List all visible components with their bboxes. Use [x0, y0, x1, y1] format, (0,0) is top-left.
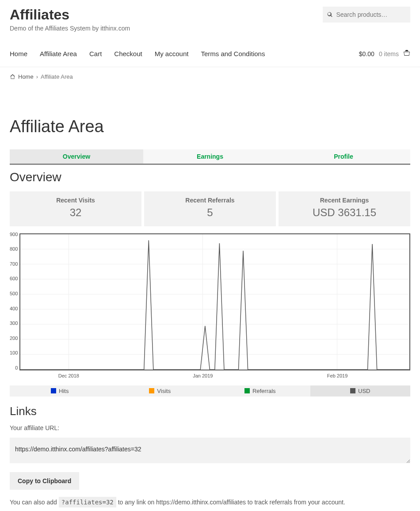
legend-label: Visits — [157, 388, 171, 394]
legend-label: USD — [358, 388, 370, 394]
page-title: Affiliate Area — [10, 117, 410, 136]
y-tick: 400 — [10, 306, 18, 311]
nav-cart[interactable]: Cart — [89, 50, 102, 57]
y-tick: 100 — [10, 350, 18, 355]
tabs: Overview Earnings Profile — [10, 149, 410, 165]
overview-heading: Overview — [10, 170, 410, 184]
x-tick: Feb 2019 — [327, 373, 347, 378]
stat-referrals: Recent Referrals 5 — [144, 191, 276, 226]
chart: 9008007006005004003002001000 Dec 2018Jan… — [10, 232, 410, 397]
legend-hits[interactable]: Hits — [10, 385, 110, 397]
chart-y-axis: 9008007006005004003002001000 — [10, 232, 19, 370]
y-tick: 300 — [10, 320, 18, 326]
site-tagline: Demo of the Affiliates System by itthinx… — [10, 25, 130, 32]
stat-visits-value: 32 — [10, 206, 141, 219]
cart-summary[interactable]: $0.00 0 items — [359, 50, 410, 58]
breadcrumb-separator: › — [36, 73, 38, 80]
y-tick: 800 — [10, 246, 18, 252]
links-heading: Links — [10, 404, 410, 418]
stat-visits-label: Recent Visits — [10, 197, 141, 204]
legend-label: Referrals — [252, 388, 276, 394]
y-tick: 200 — [10, 336, 18, 341]
stat-earnings: Recent Earnings USD 3631.15 — [279, 191, 410, 226]
search-input[interactable] — [336, 11, 406, 18]
search-box[interactable] — [323, 7, 410, 23]
legend-swatch — [149, 388, 154, 393]
y-tick: 0 — [15, 365, 18, 370]
legend-usd[interactable]: USD — [310, 385, 411, 397]
main-nav: Home Affiliate Area Cart Checkout My acc… — [10, 50, 265, 57]
chart-plot — [19, 233, 410, 370]
stat-visits: Recent Visits 32 — [10, 191, 141, 226]
search-icon — [327, 11, 332, 18]
y-tick: 600 — [10, 276, 18, 281]
legend-swatch — [51, 388, 56, 393]
y-tick: 700 — [10, 261, 18, 267]
y-tick: 900 — [10, 232, 18, 237]
append-instructions: You can also add ?affiliates=32 to any l… — [10, 499, 410, 506]
stat-earnings-label: Recent Earnings — [279, 197, 410, 204]
append-post: to any link on https://demo.itthinx.com/… — [116, 499, 345, 506]
legend-visits[interactable]: Visits — [110, 385, 210, 397]
x-tick: Dec 2018 — [58, 373, 79, 378]
copy-to-clipboard-button[interactable]: Copy to Clipboard — [10, 472, 79, 490]
chart-x-axis: Dec 2018Jan 2019Feb 2019 — [20, 373, 410, 380]
legend-swatch — [350, 388, 355, 393]
chart-legend: HitsVisitsReferralsUSD — [10, 385, 410, 397]
stat-referrals-label: Recent Referrals — [144, 197, 276, 204]
nav-checkout[interactable]: Checkout — [114, 50, 142, 57]
legend-label: Hits — [59, 388, 69, 394]
stat-earnings-value: USD 3631.15 — [279, 206, 410, 219]
breadcrumb-home[interactable]: Home — [18, 73, 34, 80]
affiliate-url-input[interactable] — [10, 438, 410, 463]
home-icon — [10, 74, 15, 80]
cart-total: $0.00 — [359, 50, 374, 57]
nav-home[interactable]: Home — [10, 50, 27, 57]
nav-affiliate-area[interactable]: Affiliate Area — [40, 50, 77, 57]
breadcrumb-current: Affiliate Area — [41, 73, 73, 80]
stat-referrals-value: 5 — [144, 206, 276, 219]
tab-profile[interactable]: Profile — [277, 149, 410, 164]
nav-terms[interactable]: Terms and Conditions — [201, 50, 265, 57]
affiliate-url-label: Your affiliate URL: — [10, 424, 410, 431]
tab-earnings[interactable]: Earnings — [143, 149, 277, 164]
tab-overview[interactable]: Overview — [10, 149, 143, 164]
append-code: ?affiliates=32 — [59, 497, 116, 507]
breadcrumb: Home › Affiliate Area — [0, 67, 420, 86]
y-tick: 500 — [10, 291, 18, 296]
legend-referrals[interactable]: Referrals — [210, 385, 310, 397]
x-tick: Jan 2019 — [193, 373, 213, 378]
site-title[interactable]: Affiliates — [10, 7, 130, 23]
append-pre: You can also add — [10, 499, 59, 506]
cart-item-count: 0 items — [379, 50, 399, 57]
legend-swatch — [244, 388, 250, 393]
basket-icon — [403, 50, 410, 58]
nav-my-account[interactable]: My account — [155, 50, 189, 57]
